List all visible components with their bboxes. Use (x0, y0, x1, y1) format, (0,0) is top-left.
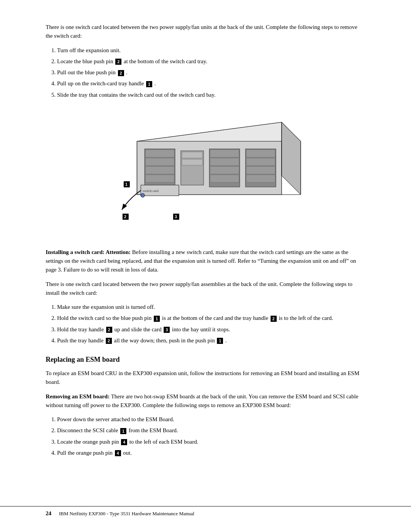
esm-remove-step-1: Power down the server attached to the ES… (57, 415, 365, 424)
esm-intro: To replace an ESM board CRU in the EXP30… (46, 369, 365, 387)
page: There is one switch card located between… (0, 0, 411, 532)
svg-rect-20 (210, 166, 239, 174)
diagram-svg: switch card 1 2 3 (99, 111, 312, 236)
install-step-3: Hold the tray handle 2 up and slide the … (57, 325, 365, 334)
remove-step-2: Locate the blue push pin 2 at the bottom… (57, 57, 365, 66)
svg-point-36 (141, 193, 145, 197)
esm-remove-steps-list: Power down the server attached to the ES… (57, 415, 365, 457)
svg-text:2: 2 (124, 214, 126, 219)
badge-2-install2b: 2 (271, 316, 277, 322)
svg-text:switch card: switch card (143, 189, 159, 193)
badge-1-install4: 1 (217, 338, 223, 344)
switch-card-figure: switch card 1 2 3 (46, 111, 365, 236)
attention-block: Installing a switch card: Attention: Bef… (46, 248, 365, 275)
badge-4-esm4: 4 (115, 450, 121, 456)
svg-rect-24 (246, 158, 275, 166)
install-steps-list: Make sure the expansion unit is turned o… (57, 303, 365, 345)
svg-text:1: 1 (125, 182, 127, 187)
svg-rect-11 (145, 158, 174, 166)
badge-4-esm3: 4 (121, 439, 127, 445)
esm-section-heading: Replacing an ESM board (46, 356, 365, 364)
svg-rect-15 (182, 152, 202, 158)
svg-rect-16 (182, 159, 202, 165)
svg-rect-12 (145, 166, 174, 174)
badge-2-step2: 2 (115, 59, 121, 65)
svg-rect-23 (246, 150, 275, 157)
svg-rect-18 (210, 150, 239, 157)
svg-rect-26 (246, 175, 275, 182)
svg-text:3: 3 (175, 214, 177, 219)
svg-marker-8 (282, 122, 301, 195)
esm-remove-step-4: Pull the orange push pin 4 out. (57, 449, 365, 457)
badge-2-install3: 2 (106, 327, 112, 333)
svg-rect-10 (145, 150, 174, 157)
badge-1-install2: 1 (154, 316, 160, 322)
svg-rect-13 (145, 175, 174, 182)
page-footer: 24 IBM Netfinity EXP300 - Type 3531 Hard… (0, 506, 411, 517)
remove-step-1: Turn off the expansion unit. (57, 46, 365, 55)
removing-esm-heading: Removing an ESM board: (46, 393, 111, 399)
attention-heading: Installing a switch card: Attention: (46, 249, 132, 255)
esm-remove-step-2: Disconnect the SCSI cable 1 from the ESM… (57, 426, 365, 435)
badge-2-install4: 2 (106, 338, 112, 344)
install-step-2: Hold the switch card so the blue push pi… (57, 314, 365, 323)
install-paragraph: There is one switch card located between… (46, 280, 365, 298)
esm-remove-step-3: Locate the orange push pin 4 to the left… (57, 438, 365, 446)
footer-page-number: 24 (46, 510, 51, 517)
removing-esm-block: Removing an ESM board: There are two hot… (46, 392, 365, 410)
remove-step-4: Pull up on the switch-card tray handle 1… (57, 79, 365, 88)
badge-2-step3: 2 (118, 70, 124, 76)
remove-steps-list: Turn off the expansion unit. Locate the … (57, 46, 365, 99)
badge-1-step4: 1 (146, 81, 152, 87)
remove-step-3: Pull out the blue push pin 2 . (57, 68, 365, 77)
remove-step-5: Slide the tray that contains the switch … (57, 91, 365, 99)
svg-rect-25 (246, 166, 275, 174)
intro-paragraph: There is one switch card located between… (46, 23, 365, 41)
svg-rect-19 (210, 158, 239, 166)
install-step-1: Make sure the expansion unit is turned o… (57, 303, 365, 312)
footer-publication: IBM Netfinity EXP300 - Type 3531 Hardwar… (59, 511, 194, 517)
badge-1-esm2: 1 (120, 428, 126, 434)
install-step-4: Push the tray handle 2 all the way down;… (57, 336, 365, 345)
svg-rect-21 (210, 175, 239, 182)
badge-3-install3: 3 (164, 327, 170, 333)
